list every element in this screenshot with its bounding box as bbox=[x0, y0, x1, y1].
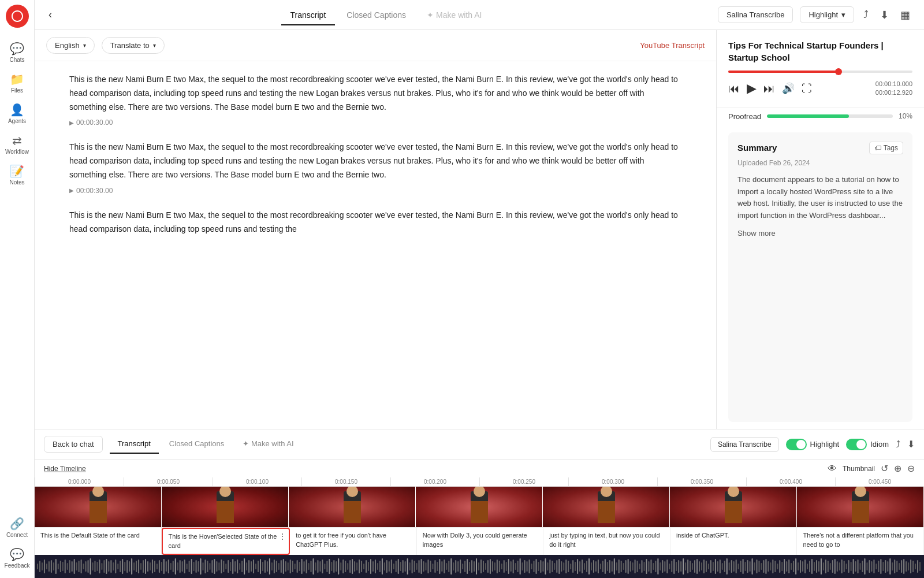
zoom-in-button[interactable]: ⊕ bbox=[894, 463, 901, 474]
transcript-timestamp[interactable]: 00:00:30.00 bbox=[69, 118, 681, 127]
svg-rect-63 bbox=[182, 561, 183, 572]
transcript-card-selected[interactable]: This is the Hover/Selected State of the … bbox=[162, 528, 290, 555]
play-button[interactable]: ▶ bbox=[747, 81, 757, 96]
transcribe-button[interactable]: Salina Transcribe bbox=[718, 6, 793, 23]
zoom-out-button[interactable]: ⊖ bbox=[907, 463, 915, 474]
back-button[interactable]: ‹ bbox=[46, 6, 54, 23]
sidebar-item-chats[interactable]: 💬 Chats bbox=[0, 37, 34, 68]
svg-rect-27 bbox=[99, 560, 100, 573]
frame-item[interactable] bbox=[670, 487, 797, 527]
transcript-card[interactable]: Now with Dolly 3, you could generate ima… bbox=[417, 528, 544, 555]
share-icon[interactable]: ⤴ bbox=[896, 439, 900, 450]
tab-closed-captions[interactable]: Closed Captions bbox=[337, 6, 415, 25]
bottom-transcribe-button[interactable]: Salina Transcribe bbox=[710, 437, 779, 452]
youtube-transcript-link[interactable]: YouTube Transcript bbox=[640, 41, 705, 50]
reset-zoom-button[interactable]: ↺ bbox=[881, 463, 888, 474]
bottom-tab-make-with-ai[interactable]: ✦ Make with AI bbox=[234, 435, 301, 454]
svg-rect-258 bbox=[630, 561, 631, 572]
svg-rect-222 bbox=[547, 562, 548, 570]
hide-timeline-button[interactable]: Hide Timeline bbox=[44, 465, 86, 473]
show-more-button[interactable]: Show more bbox=[737, 229, 903, 238]
frame-item[interactable] bbox=[35, 487, 162, 527]
idiom-toggle[interactable] bbox=[846, 439, 867, 450]
back-to-chat-button[interactable]: Back to chat bbox=[44, 436, 103, 453]
sidebar-item-connect[interactable]: 🔗 Connect bbox=[0, 512, 34, 543]
sidebar-item-agents[interactable]: 👤 Agents bbox=[0, 98, 34, 129]
waveform[interactable]: // Generate waveform bars dynamically bbox=[35, 555, 924, 578]
frame-thumbnail bbox=[162, 487, 288, 527]
bottom-tab-closed-captions[interactable]: Closed Captions bbox=[161, 435, 232, 454]
svg-rect-230 bbox=[565, 560, 567, 573]
svg-rect-372 bbox=[892, 562, 893, 570]
highlight-button[interactable]: Highlight ▾ bbox=[800, 6, 854, 23]
svg-rect-71 bbox=[200, 558, 202, 575]
transcript-card[interactable]: just by typing in text, but now you coul… bbox=[543, 528, 670, 555]
ruler-tick: 0:00.100 bbox=[213, 477, 301, 486]
frame-item[interactable] bbox=[543, 487, 670, 527]
svg-rect-48 bbox=[147, 561, 148, 572]
svg-rect-266 bbox=[648, 561, 649, 572]
svg-rect-5 bbox=[49, 561, 50, 572]
frame-item[interactable] bbox=[797, 487, 924, 527]
sidebar-item-files[interactable]: 📁 Files bbox=[0, 68, 34, 98]
transcript-text: This is the new Nami Burn E two Max, the… bbox=[69, 140, 681, 181]
sidebar-item-notes[interactable]: 📝 Notes bbox=[0, 160, 34, 190]
svg-rect-79 bbox=[218, 562, 219, 570]
tags-button[interactable]: 🏷 Tags bbox=[869, 142, 903, 154]
card-menu-icon[interactable]: ⋮ bbox=[278, 531, 286, 543]
highlight-toggle[interactable] bbox=[786, 439, 807, 450]
sidebar-item-workflow[interactable]: ⇄ Workflow bbox=[0, 129, 34, 160]
sidebar-item-feedback[interactable]: 💬 Feedback bbox=[0, 543, 34, 573]
timeline-area: Hide Timeline 👁 Thumbnail ↺ ⊕ ⊖ 0:00.000… bbox=[35, 459, 924, 578]
svg-rect-66 bbox=[189, 561, 190, 572]
svg-rect-334 bbox=[804, 560, 806, 573]
transcript-card[interactable]: inside of ChatGPT. bbox=[670, 528, 798, 555]
svg-rect-124 bbox=[322, 560, 323, 573]
svg-rect-366 bbox=[878, 561, 879, 572]
app-logo[interactable] bbox=[6, 5, 29, 28]
download-icon[interactable]: ⬇ bbox=[907, 439, 915, 450]
svg-rect-270 bbox=[657, 558, 658, 575]
language-selector[interactable]: English ▾ bbox=[46, 37, 95, 54]
frame-thumbnail bbox=[289, 487, 415, 527]
playback-progress[interactable] bbox=[728, 71, 912, 73]
frame-item[interactable] bbox=[416, 487, 543, 527]
svg-rect-60 bbox=[175, 558, 176, 575]
bottom-tab-transcript[interactable]: Transcript bbox=[110, 435, 159, 454]
frame-item[interactable] bbox=[162, 487, 289, 527]
transcript-card[interactable]: There's not a different platform that yo… bbox=[797, 528, 924, 555]
share-button[interactable]: ⤴ bbox=[861, 6, 871, 23]
svg-rect-2 bbox=[42, 562, 43, 570]
transcript-panel: English ▾ Translate to ▾ YouTube Transcr… bbox=[35, 30, 716, 429]
svg-rect-349 bbox=[839, 562, 840, 570]
frame-item[interactable] bbox=[289, 487, 416, 527]
svg-rect-28 bbox=[101, 563, 102, 570]
topbar-tabs: Transcript Closed Captions ✦Make with AI bbox=[64, 5, 709, 25]
translate-to-selector[interactable]: Translate to ▾ bbox=[102, 37, 165, 54]
svg-rect-18 bbox=[79, 561, 80, 572]
svg-rect-304 bbox=[736, 560, 737, 573]
svg-rect-61 bbox=[177, 562, 178, 570]
download-button[interactable]: ⬇ bbox=[878, 6, 891, 24]
svg-rect-177 bbox=[444, 560, 445, 573]
rewind-button[interactable]: ⏮ bbox=[728, 82, 740, 95]
layout-button[interactable]: ▦ bbox=[898, 6, 912, 24]
svg-rect-344 bbox=[828, 561, 829, 572]
svg-rect-159 bbox=[403, 560, 404, 573]
transcript-content[interactable]: This is the new Nami Burn E two Max, the… bbox=[35, 61, 716, 429]
transcript-timestamp[interactable]: 00:00:30.00 bbox=[69, 187, 681, 195]
svg-rect-297 bbox=[720, 560, 721, 573]
tab-transcript[interactable]: Transcript bbox=[281, 6, 336, 25]
volume-button[interactable]: 🔊 bbox=[782, 82, 795, 95]
transcript-card[interactable]: This is the Default State of the card bbox=[35, 528, 162, 555]
svg-rect-199 bbox=[494, 562, 495, 570]
svg-rect-81 bbox=[223, 561, 224, 572]
svg-rect-140 bbox=[359, 560, 360, 573]
svg-rect-376 bbox=[901, 560, 902, 573]
transcript-card[interactable]: to get it for free if you don't have Cha… bbox=[290, 528, 417, 555]
svg-rect-327 bbox=[788, 560, 789, 573]
svg-rect-323 bbox=[779, 560, 780, 573]
fullscreen-button[interactable]: ⛶ bbox=[802, 83, 812, 95]
svg-rect-44 bbox=[138, 560, 139, 573]
fast-forward-button[interactable]: ⏭ bbox=[763, 82, 775, 95]
